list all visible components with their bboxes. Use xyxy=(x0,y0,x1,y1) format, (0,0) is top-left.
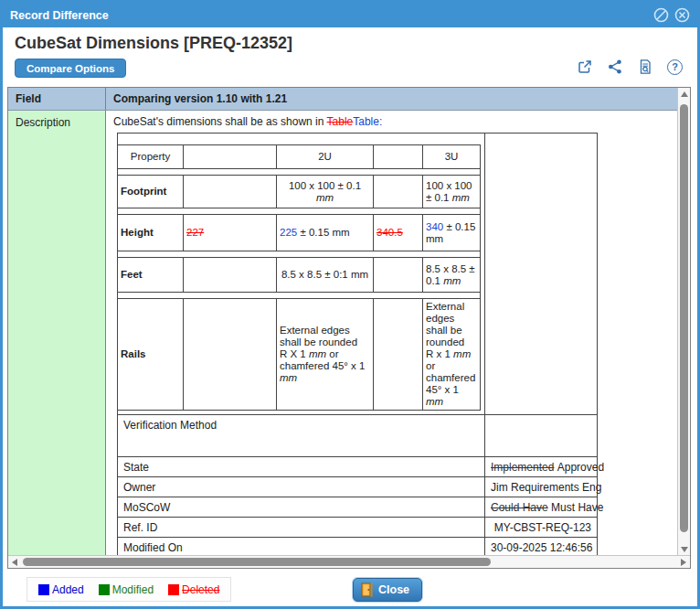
feet-old-2u xyxy=(184,258,277,293)
verification-method-value xyxy=(485,415,598,457)
record-difference-dialog: Record Difference CubeSat Dimensions [PR… xyxy=(0,0,700,609)
open-in-new-window-icon[interactable] xyxy=(577,59,593,75)
horizontal-scroll-thumb[interactable] xyxy=(23,558,491,566)
table-row: Footprint 100 x 100 ± 0.1 mm 100 x 100 ±… xyxy=(118,176,481,208)
old-2u-header xyxy=(184,145,277,169)
comparing-header: Comparing version 1.10 with 1.21 xyxy=(106,88,678,110)
rails-old-2u xyxy=(184,299,277,411)
footprint-3u: 100 x 100 ± 0.1 mm xyxy=(423,176,481,208)
height-3u: 340 ± 0.15 mm xyxy=(423,215,481,251)
legend-modified: Modified xyxy=(99,583,154,596)
modified-on-label: Modified On xyxy=(118,538,485,557)
page-title: CubeSat Dimensions [PREQ-12352] xyxy=(15,34,292,53)
rails-label: Rails xyxy=(118,299,184,411)
help-icon[interactable] xyxy=(667,59,683,75)
height-2u: 225 ± 0.15 mm xyxy=(277,215,374,251)
deleted-text: Table xyxy=(327,115,354,128)
scroll-right-arrow[interactable] xyxy=(681,559,686,566)
vertical-scrollbar[interactable] xyxy=(677,88,690,556)
old-3u-header xyxy=(374,145,423,169)
spacer-row xyxy=(118,169,481,176)
ref-id-label: Ref. ID xyxy=(118,518,485,538)
footprint-old-2u xyxy=(184,176,277,208)
dialog-title: Record Difference xyxy=(10,9,109,22)
description-row: Description CubeSat's dimensions shall b… xyxy=(8,111,678,556)
table-row: State Implemented Approved xyxy=(118,457,598,477)
footprint-2u: 100 x 100 ± 0.1 mm xyxy=(277,176,374,208)
table-row: Height 227 225 ± 0.15 mm 340.5 340 ± 0.1… xyxy=(118,215,481,251)
state-value: Implemented Approved xyxy=(485,457,598,477)
feet-old-3u xyxy=(374,258,423,293)
titlebar-icons xyxy=(653,7,690,23)
dimensions-cell: Property 2U 3U Footprint xyxy=(118,134,485,415)
modified-on-value: 30-09-2025 12:46:56 xyxy=(485,538,598,557)
table-row: Owner Jim Requirements Eng xyxy=(118,477,598,497)
spacer-row xyxy=(118,208,481,215)
added-text: Table: xyxy=(353,115,382,128)
scroll-down-arrow[interactable] xyxy=(681,547,688,552)
diff-legend: Added Modified Deleted xyxy=(27,577,231,602)
verification-method-label: Verification Method xyxy=(118,415,485,457)
feet-2u: 8.5 x 8.5 ± 0:1 mm xyxy=(277,258,374,293)
field-column-header: Field xyxy=(8,88,106,110)
table-row: Verification Method xyxy=(118,415,598,457)
table-row: MoSCoW Could Have Must Have xyxy=(118,497,598,518)
owner-value: Jim Requirements Eng xyxy=(485,477,598,497)
modified-color-swatch xyxy=(99,584,110,595)
scroll-left-arrow[interactable] xyxy=(12,559,17,566)
close-button[interactable]: Close xyxy=(353,578,422,602)
footprint-old-3u xyxy=(374,176,423,208)
slash-circle-icon[interactable] xyxy=(653,7,669,23)
feet-3u: 8.5 x 8.5 ± 0.1 mm xyxy=(423,258,481,293)
table-row: Modified On 30-09-2025 12:46:56 xyxy=(118,538,598,557)
deleted-color-swatch xyxy=(168,584,179,595)
footprint-label: Footprint xyxy=(118,176,184,208)
diff-content: Field Comparing version 1.10 with 1.21 D… xyxy=(8,88,678,556)
owner-label: Owner xyxy=(118,477,485,497)
audit-document-icon[interactable] xyxy=(637,59,653,75)
table-row: Property 2U 3U Footprint xyxy=(118,134,598,415)
description-paragraph: CubeSat's dimensions shall be as shown i… xyxy=(113,115,678,129)
properties-table: Property 2U 3U Footprint xyxy=(117,133,598,556)
height-old-2u: 227 xyxy=(184,215,277,251)
description-field-label: Description xyxy=(8,111,106,556)
spacer-row xyxy=(118,251,481,258)
table-row: Feet 8.5 x 8.5 ± 0:1 mm 8.5 x 8.5 ± 0.1 … xyxy=(118,258,481,293)
diff-header-row: Field Comparing version 1.10 with 1.21 xyxy=(8,88,678,111)
property-header: Property xyxy=(118,145,184,169)
close-button-label: Close xyxy=(378,583,409,596)
u2-header: 2U xyxy=(277,145,374,169)
diff-panel: Field Comparing version 1.10 with 1.21 D… xyxy=(7,87,691,569)
table-row: Ref. ID MY-CBST-REQ-123 xyxy=(118,518,598,538)
height-old-3u: 340.5 xyxy=(374,215,423,251)
close-icon[interactable] xyxy=(674,7,690,23)
moscow-label: MoSCoW xyxy=(118,497,485,518)
toolbar xyxy=(577,59,683,75)
table-row: Rails External edges shall be roundedR X… xyxy=(118,299,481,411)
exit-door-icon xyxy=(361,582,373,597)
height-label: Height xyxy=(118,215,184,251)
legend-deleted: Deleted xyxy=(168,583,219,596)
state-label: State xyxy=(118,457,485,477)
description-content: CubeSat's dimensions shall be as shown i… xyxy=(106,111,678,556)
compare-options-button[interactable]: Compare Options xyxy=(15,59,126,78)
dialog-titlebar: Record Difference xyxy=(3,3,697,27)
spacer-row xyxy=(118,293,481,299)
feet-label: Feet xyxy=(118,258,184,293)
table-row: Property 2U 3U xyxy=(118,145,481,169)
rails-3u: External edges shall be roundedR x 1 mm … xyxy=(423,299,481,411)
moscow-value: Could Have Must Have xyxy=(485,497,598,518)
share-icon[interactable] xyxy=(607,59,623,75)
scroll-up-arrow[interactable] xyxy=(681,91,688,97)
legend-added: Added xyxy=(38,583,84,596)
horizontal-scrollbar[interactable] xyxy=(8,555,690,568)
rails-2u: External edges shall be roundedR X 1 mm … xyxy=(277,299,374,411)
dimensions-table: Property 2U 3U Footprint xyxy=(117,144,481,411)
rails-old-3u xyxy=(374,299,423,411)
ref-id-value: MY-CBST-REQ-123 xyxy=(485,518,598,538)
u3-header: 3U xyxy=(423,145,481,169)
empty-value-cell xyxy=(485,134,598,415)
vertical-scroll-thumb[interactable] xyxy=(680,104,688,532)
added-color-swatch xyxy=(38,584,49,595)
